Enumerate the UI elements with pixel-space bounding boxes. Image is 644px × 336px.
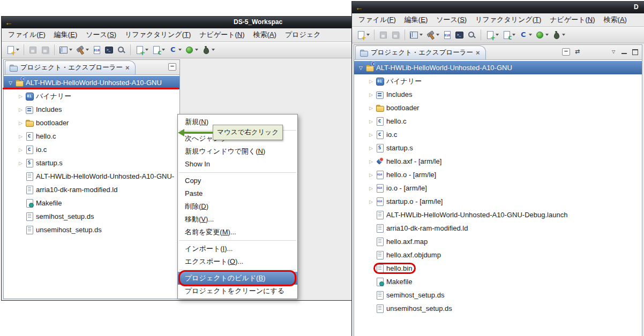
tree-item[interactable]: ▷startup.s <box>4 156 179 170</box>
tree-item[interactable]: Makefile <box>354 275 642 288</box>
menubar-item[interactable]: ナビゲート(N) <box>545 14 599 26</box>
tree-item[interactable]: ▷io.c <box>4 143 179 156</box>
expand-arrow-icon[interactable]: ▷ <box>16 120 25 126</box>
expand-arrow-icon[interactable]: ▷ <box>16 147 25 152</box>
tree-item[interactable]: ALT-HWLib-HelloWorld-Unhosted-A10-GNU- <box>4 170 179 183</box>
perspective-button[interactable] <box>58 44 73 55</box>
tree-item[interactable]: ALT-HWLib-HelloWorld-Unhosted-A10-GNU-De… <box>354 208 642 222</box>
menubar-item[interactable]: リファクタリング(T) <box>121 29 195 41</box>
tree-item[interactable]: ▷io.o - [arm/le] <box>354 181 642 195</box>
open-type-button[interactable] <box>167 44 183 55</box>
tree-item[interactable]: semihost_setup.ds <box>4 210 179 223</box>
tree-item[interactable]: ▷バイナリー <box>354 74 642 88</box>
new-c-file-button[interactable] <box>134 44 149 55</box>
expand-arrow-icon[interactable]: ▽ <box>356 65 365 71</box>
console-button[interactable] <box>103 44 115 55</box>
console-button[interactable] <box>454 29 465 40</box>
context-menu-item[interactable]: プロジェクトをクリーンにする <box>178 285 297 297</box>
tree-item[interactable]: hello.axf.objdump <box>354 248 642 262</box>
context-menu-item[interactable]: 新規ウィンドウで開く(N) <box>178 145 297 158</box>
tree-item[interactable]: arria10-dk-ram-modified.ld <box>354 222 642 235</box>
tab-project-explorer[interactable]: プロジェクト・エクスプローラー × <box>355 45 486 59</box>
tree-item[interactable]: ▷io.c <box>354 128 642 141</box>
expand-arrow-icon[interactable]: ▷ <box>366 199 376 204</box>
expand-arrow-icon[interactable]: ▷ <box>366 132 376 138</box>
tree-item[interactable]: hello.bin <box>354 262 642 275</box>
new-wizard-button[interactable] <box>355 29 371 40</box>
back-arrow-icon[interactable]: ← <box>5 17 13 28</box>
debug-bug-button[interactable] <box>551 29 566 40</box>
expand-arrow-icon[interactable]: ▷ <box>16 107 25 112</box>
menubar-item[interactable]: 編集(E) <box>400 14 432 26</box>
view-menu-icon[interactable] <box>612 49 617 55</box>
tree-item[interactable]: ▷Includes <box>354 88 642 101</box>
run-button[interactable] <box>534 29 550 40</box>
menubar-item[interactable]: ファイル(F) <box>4 29 50 41</box>
context-menu-item[interactable]: エクスポート(O)... <box>178 255 297 268</box>
open-type-button[interactable] <box>518 29 533 40</box>
tree-item[interactable]: ▷hello.c <box>354 114 642 128</box>
new-class-button[interactable] <box>501 29 516 40</box>
tree-item[interactable]: unsemihost_setup.ds <box>4 223 179 236</box>
search-wand-button[interactable] <box>466 29 477 40</box>
tree-item[interactable]: ▷bootloader <box>354 101 642 114</box>
perspective-button[interactable] <box>408 29 424 40</box>
context-menu-item[interactable]: 名前を変更(M)... <box>178 226 297 239</box>
save-all-button[interactable] <box>40 44 51 55</box>
expand-arrow-icon[interactable]: ▷ <box>366 172 376 178</box>
tree-item[interactable]: ▷startup.o - [arm/le] <box>354 195 642 208</box>
tree-item[interactable]: hello.axf.map <box>354 235 642 248</box>
new-c-file-button[interactable] <box>484 29 500 40</box>
expand-arrow-icon[interactable]: ▷ <box>366 79 376 84</box>
expand-arrow-icon[interactable]: ▷ <box>366 146 376 151</box>
tree-item[interactable]: ▷hello.c <box>4 129 179 143</box>
tree-item[interactable]: arria10-dk-ram-modified.ld <box>4 183 179 196</box>
save-all-button[interactable] <box>390 29 401 40</box>
tree-item[interactable]: ▷hello.axf - [arm/le] <box>354 155 642 168</box>
tree-item[interactable]: ▷startup.s <box>354 141 642 155</box>
menubar-item[interactable]: リファクタリング(T) <box>471 14 545 26</box>
context-menu-item[interactable]: 削除(D) <box>178 200 297 213</box>
context-menu-item[interactable]: Show In <box>178 158 297 171</box>
tree-item[interactable]: Makefile <box>4 196 179 210</box>
expand-arrow-icon[interactable]: ▷ <box>366 119 376 124</box>
assembly-file-button[interactable] <box>441 29 453 40</box>
expand-arrow-icon[interactable]: ▷ <box>16 134 25 139</box>
minimize-icon[interactable] <box>621 49 628 55</box>
menubar-item[interactable]: ナビゲート(N) <box>195 29 249 41</box>
tree-item[interactable]: ▷bootloader <box>4 116 179 129</box>
new-wizard-button[interactable] <box>5 44 20 55</box>
build-hammer-button[interactable] <box>74 44 90 55</box>
run-button[interactable] <box>184 44 199 55</box>
save-button[interactable] <box>378 29 389 40</box>
menubar-item[interactable]: 編集(E) <box>50 29 81 41</box>
expand-arrow-icon[interactable]: ▷ <box>366 92 376 97</box>
tree-item[interactable]: ▷hello.o - [arm/le] <box>354 168 642 181</box>
build-hammer-button[interactable] <box>425 29 440 40</box>
expand-arrow-icon[interactable]: ▷ <box>366 159 376 164</box>
menubar-item[interactable]: ソース(S) <box>81 29 121 41</box>
tree-item[interactable]: ▽CALT-HWLib-HelloWorld-Unhosted-A10-GNU <box>354 61 642 74</box>
menubar-item[interactable]: ファイル(F) <box>354 14 400 26</box>
tab-close-icon[interactable]: × <box>476 50 480 56</box>
maximize-icon[interactable] <box>632 49 639 55</box>
back-arrow-icon[interactable]: ← <box>355 2 363 13</box>
context-menu-item[interactable]: プロジェクトのビルド(B) <box>178 272 297 285</box>
context-menu-item[interactable]: 移動(V)... <box>178 213 297 226</box>
menubar-item[interactable]: 検索(A) <box>600 14 631 26</box>
expand-arrow-icon[interactable]: ▷ <box>16 161 25 166</box>
expand-arrow-icon[interactable]: ▷ <box>366 186 376 191</box>
debug-bug-button[interactable] <box>200 44 216 55</box>
save-button[interactable] <box>27 44 39 55</box>
expand-arrow-icon[interactable]: ▷ <box>366 105 376 111</box>
context-menu-item[interactable]: インポート(I)... <box>178 242 297 255</box>
context-menu-item[interactable]: Copy <box>178 174 297 187</box>
tree-item[interactable]: semihost_setup.ds <box>354 288 642 302</box>
collapse-all-icon[interactable] <box>168 63 176 71</box>
collapse-all-icon[interactable] <box>562 48 570 56</box>
tab-project-explorer[interactable]: プロジェクト・エクスプローラー × <box>5 60 136 74</box>
tree-item[interactable]: unsemihost_setup.ds <box>354 302 642 315</box>
assembly-file-button[interactable] <box>91 44 102 55</box>
tree-item[interactable]: ▷Includes <box>4 103 179 116</box>
search-wand-button[interactable] <box>116 44 127 55</box>
